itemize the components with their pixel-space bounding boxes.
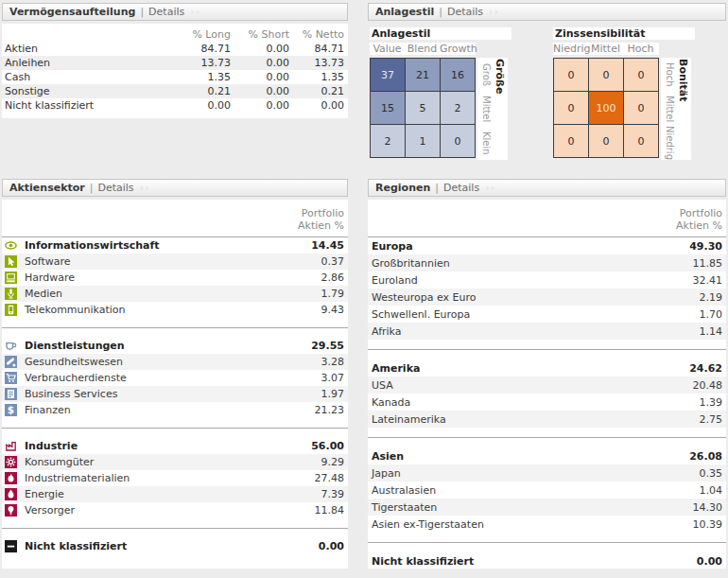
sector-label: Industrie	[25, 440, 78, 452]
dollar-icon: $	[5, 404, 17, 416]
col-hoch: Hoch	[623, 43, 658, 55]
sector-value: 0.37	[321, 255, 345, 268]
style-cell: 1	[406, 125, 440, 157]
style-cell: 15	[371, 92, 405, 124]
sector-value: 3.07	[321, 372, 345, 384]
sector-value: 29.55	[311, 340, 344, 352]
allocation-table: % Long % Short % Netto Aktien 84.71 0.00…	[2, 24, 348, 118]
region-row: Japan 0.35	[368, 464, 726, 482]
col-niedrig: Niedrig	[553, 43, 588, 55]
sector-column-header: Portfolio Aktien %	[2, 200, 348, 232]
sector-value: 7.39	[321, 488, 345, 500]
sector-details-link[interactable]: Details	[97, 182, 133, 194]
sector-label: Verbraucherdienste	[25, 372, 127, 384]
sector-row: Medien 1.79	[2, 286, 348, 302]
sector-value: 2.86	[321, 271, 345, 284]
style-cell: 0	[624, 92, 658, 124]
region-row: Großbritannien 11.85	[368, 254, 726, 271]
region-row: USA 20.48	[368, 377, 726, 394]
region-value: 1.39	[700, 396, 723, 409]
region-row: Lateinamerika 2.75	[368, 411, 726, 428]
equity-box-column-headers: Value Blend Growth	[370, 43, 476, 55]
region-label: Amerika	[372, 362, 420, 375]
row-hoch: Hoch	[663, 58, 675, 92]
sector-label: Konsumgüter	[25, 456, 94, 468]
row-long: 84.71	[165, 43, 231, 55]
table-row: Anleihen 13.73 0.00 13.73	[2, 56, 348, 70]
document-icon	[5, 388, 17, 400]
region-row: Afrika 1.14	[368, 323, 726, 340]
sector-value: 21.23	[315, 404, 345, 416]
region-label: Westeuropa ex Euro	[372, 291, 477, 304]
sector-value: 56.00	[311, 440, 344, 452]
style-details-link[interactable]: Details	[447, 6, 483, 18]
region-value: 1.04	[700, 484, 723, 497]
row-klein: Klein	[479, 126, 492, 160]
sector-row: Industriematerialien 27.48	[2, 470, 348, 486]
microphone-icon	[5, 288, 17, 300]
region-label: Schwellenl. Europa	[372, 308, 470, 321]
col-mittel: Mittel	[588, 43, 623, 55]
row-short: 0.00	[231, 71, 289, 83]
region-panel: Regionen | Details ›› Portfolio Aktien %…	[368, 179, 726, 569]
region-value: 26.08	[689, 450, 722, 463]
col-value: Value	[370, 43, 405, 55]
region-value: 11.85	[693, 257, 723, 270]
sector-value: 1.97	[321, 388, 345, 400]
sector-label: Software	[25, 255, 71, 268]
lightbulb-icon	[5, 504, 17, 517]
region-row: Kanada 1.39	[368, 394, 726, 411]
sector-value: 11.84	[315, 504, 345, 517]
region-value: 49.30	[689, 240, 722, 253]
region-label: Afrika	[372, 325, 402, 338]
sector-value: 9.43	[321, 304, 345, 316]
row-short: 0.00	[231, 85, 289, 97]
region-label: Kanada	[372, 396, 410, 409]
style-panel-header: Anlagestil | Details ››	[368, 3, 726, 21]
bond-row-labels: Hoch Mittel Niedrig Bonität	[661, 58, 691, 160]
axis-groesse: Größe	[492, 58, 506, 160]
group-separator	[2, 327, 348, 328]
gear-icon	[5, 456, 17, 468]
region-value: 14.30	[693, 501, 723, 514]
col-portfolio: Portfolio	[6, 207, 344, 219]
group-separator	[368, 349, 726, 350]
region-value: 24.62	[689, 362, 722, 375]
chevrons-icon: ››	[140, 182, 150, 194]
row-long: 1.35	[165, 71, 231, 83]
sector-row: Versorger 11.84	[2, 502, 348, 518]
region-panel-header: Regionen | Details ››	[368, 179, 726, 197]
region-label: Nicht klassifiziert	[372, 555, 474, 568]
sector-group-row: Nicht klassifiziert 0.00	[2, 538, 348, 554]
sector-group-row: Dienstleistungen 29.55	[2, 338, 348, 354]
row-label: Sonstige	[2, 85, 165, 97]
allocation-details-link[interactable]: Details	[148, 6, 184, 18]
page: { "ui": { "details_label": "Details", "d…	[0, 0, 728, 578]
col-aktien-pct: Aktien %	[372, 219, 722, 232]
mobile-phone-icon	[5, 304, 17, 316]
sector-label: Medien	[25, 288, 62, 300]
equity-row-labels: Groß Mittel Klein Größe	[477, 58, 508, 160]
bond-box-title: Zinssensibilität	[553, 27, 695, 40]
style-cell: 100	[589, 92, 623, 124]
equity-style-box: Anlagestil Value Blend Growth 37 21 16 1…	[370, 27, 511, 158]
region-label: Euroland	[372, 274, 418, 287]
bond-style-grid: 0 0 0 0 100 0 0 0 0	[553, 58, 659, 158]
region-list: Portfolio Aktien % Europa 49.30 Großbrit…	[368, 200, 726, 569]
group-separator	[368, 542, 726, 543]
region-details-link[interactable]: Details	[443, 182, 479, 194]
table-row: Sonstige 0.21 0.00 0.21	[2, 84, 348, 98]
table-row: Aktien 84.71 0.00 84.71	[2, 42, 348, 56]
sector-row: Gesundheitswesen 3.28	[2, 354, 348, 370]
row-netto: 1.35	[289, 71, 344, 83]
region-row: Australasien 1.04	[368, 482, 726, 499]
row-netto: 84.71	[289, 43, 344, 55]
cart-icon	[5, 372, 17, 384]
sector-row: Konsumgüter 9.29	[2, 454, 348, 470]
region-row: Euroland 32.41	[368, 271, 726, 289]
sector-row: Hardware 2.86	[2, 270, 348, 286]
minus-icon	[5, 540, 17, 552]
axis-bonitaet: Bonität	[675, 58, 689, 160]
row-short: 0.00	[231, 57, 289, 69]
sector-group-row: Informationswirtschaft 14.45	[2, 237, 348, 254]
